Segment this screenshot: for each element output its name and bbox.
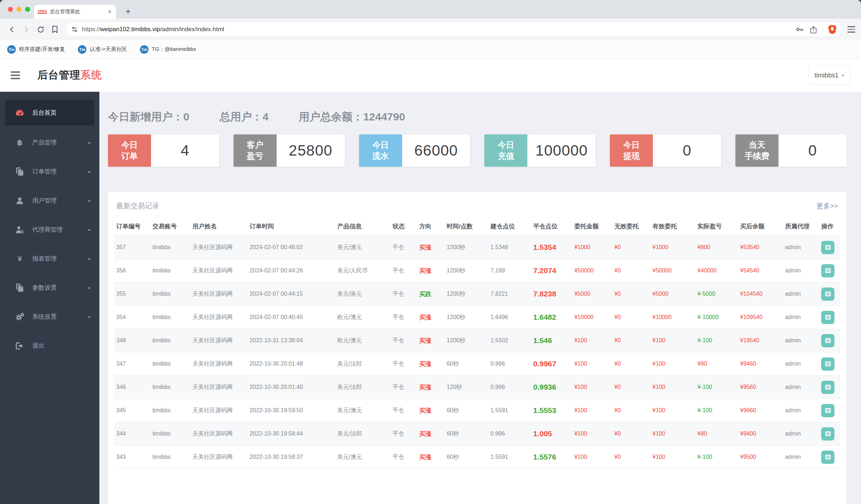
cell-duration: 60秒 bbox=[444, 446, 488, 469]
close-window-button[interactable] bbox=[8, 7, 13, 12]
table-row: 348 timibbs 天美社区源码网 2022-10-31 13:38:04 … bbox=[114, 329, 840, 352]
cell-status: 平仓 bbox=[390, 306, 417, 329]
cell-order-time: 2022-10-30 19:58:37 bbox=[248, 446, 335, 469]
order-detail-button[interactable] bbox=[821, 311, 834, 324]
cell-open-price: 1.5591 bbox=[488, 399, 531, 422]
sidebar-item[interactable]: 用户管理 ▸ bbox=[0, 186, 99, 215]
logo-main: 后台管理 bbox=[37, 69, 80, 81]
stat-card-label: 今日 充值 bbox=[484, 134, 527, 167]
bookmark-icon[interactable] bbox=[49, 23, 61, 35]
order-detail-button[interactable] bbox=[821, 451, 834, 464]
cell-valid-amount: ¥100 bbox=[650, 329, 695, 352]
order-detail-button[interactable] bbox=[821, 357, 834, 371]
bookmark-item[interactable]: Tm 认准->天美社区 bbox=[78, 45, 127, 54]
table-row: 354 timibbs 天美社区源码网 2024-02-07 00:40:45 … bbox=[114, 306, 840, 329]
order-detail-button[interactable] bbox=[821, 264, 834, 277]
chevron-right-icon: ▸ bbox=[88, 256, 91, 261]
cell-invalid-amount: ¥0 bbox=[612, 329, 650, 352]
sidebar-item[interactable]: ¥ 报表管理 ▸ bbox=[0, 244, 99, 273]
url-bar[interactable]: https://weipan102.timibbs.vip/admin/inde… bbox=[66, 22, 842, 37]
cell-open-price: 0.996 bbox=[488, 376, 531, 399]
tianmei-favicon-icon: Tm bbox=[78, 45, 86, 54]
user-dropdown[interactable]: timibbs1 ▾ bbox=[808, 66, 850, 85]
sidebar-item[interactable]: 参数设置 ▸ bbox=[0, 273, 99, 302]
sidebar-item[interactable]: 后台首页 bbox=[5, 100, 94, 125]
table-row: 347 timibbs 天美社区源码网 2022-10-30 20:01:48 … bbox=[114, 352, 840, 376]
sidebar-item-label: 报表管理 bbox=[32, 255, 57, 263]
order-detail-button[interactable] bbox=[821, 427, 834, 441]
cell-actions bbox=[819, 306, 840, 329]
cell-product: 美元/澳元 bbox=[335, 236, 390, 259]
cell-duration: 1200秒 bbox=[444, 236, 488, 259]
url-text[interactable]: https://weipan102.timibbs.vip/admin/inde… bbox=[82, 26, 795, 33]
order-detail-button[interactable] bbox=[821, 241, 834, 254]
browser-toolbar: https://weipan102.timibbs.vip/admin/inde… bbox=[0, 19, 861, 40]
cell-agent: admin bbox=[783, 422, 819, 446]
bookmark-item[interactable]: Tm 程序搭建/开发/修复 bbox=[7, 45, 65, 54]
table-row: 344 timibbs 天美社区源码网 2022-10-30 19:58:44 … bbox=[114, 422, 840, 446]
cell-invalid-amount: ¥0 bbox=[612, 306, 650, 329]
share-icon[interactable] bbox=[809, 25, 818, 34]
reload-button[interactable] bbox=[34, 23, 47, 35]
sidebar-item[interactable]: 订单管理 ▸ bbox=[0, 157, 99, 186]
cell-direction: 买涨 bbox=[417, 422, 444, 446]
sidebar-item[interactable]: 代理商管理 ▸ bbox=[0, 215, 99, 244]
cell-product: 美元/澳元 bbox=[335, 446, 390, 469]
browser-menu-icon[interactable] bbox=[847, 26, 855, 33]
sidebar-item[interactable]: ฿ 产品管理 ▸ bbox=[0, 128, 99, 157]
stat-card: 今日 订单 4 bbox=[108, 134, 219, 167]
table-header-row: 订单编号交易账号用户姓名订单时间产品信息状态方向时间/点数建仓点位平仓点位委托金… bbox=[114, 217, 840, 236]
orders-icon bbox=[15, 167, 24, 176]
column-header: 交易账号 bbox=[150, 217, 190, 236]
column-header: 状态 bbox=[390, 217, 417, 236]
cell-status: 平仓 bbox=[390, 259, 417, 282]
tab-close-icon[interactable]: × bbox=[107, 8, 112, 15]
bookmark-item[interactable]: Tm TG：@tianmeibbs bbox=[140, 45, 196, 54]
tune-icon[interactable] bbox=[71, 26, 78, 33]
sidebar-item-label: 产品管理 bbox=[32, 138, 57, 147]
column-header: 实际盈亏 bbox=[695, 217, 738, 236]
cell-invalid-amount: ¥0 bbox=[612, 259, 650, 282]
forward-button[interactable] bbox=[20, 23, 32, 35]
cell-product: 美元/港元 bbox=[335, 282, 390, 306]
fullscreen-window-button[interactable] bbox=[25, 7, 30, 12]
order-detail-button[interactable] bbox=[821, 334, 834, 347]
order-detail-button[interactable] bbox=[821, 287, 834, 301]
cell-actions bbox=[819, 446, 840, 469]
cell-order-time: 2024-02-07 00:40:45 bbox=[248, 306, 335, 329]
cell-duration: 60秒 bbox=[444, 399, 488, 422]
password-key-icon[interactable] bbox=[795, 25, 804, 34]
back-button[interactable] bbox=[6, 23, 18, 35]
browser-tab[interactable]: APEX 后台管理系统 × bbox=[34, 5, 116, 19]
stat-card: 今日 提现 0 bbox=[610, 134, 721, 167]
new-tab-button[interactable]: + bbox=[123, 6, 133, 16]
logo-accent: 系统 bbox=[80, 69, 102, 81]
brave-shield-icon[interactable] bbox=[828, 25, 837, 34]
cell-open-price: 0.996 bbox=[488, 352, 531, 376]
cell-product: 欧元/澳元 bbox=[335, 329, 390, 352]
cell-open-price: 0.996 bbox=[488, 422, 531, 446]
order-detail-button[interactable] bbox=[821, 381, 834, 394]
cell-user-name: 天美社区源码网 bbox=[190, 422, 247, 446]
apex-favicon-icon: APEX bbox=[38, 10, 47, 14]
sidebar-item[interactable]: 退出 bbox=[0, 331, 99, 360]
more-link[interactable]: 更多>> bbox=[817, 201, 838, 211]
sidebar-item-label: 退出 bbox=[32, 342, 44, 350]
minimize-window-button[interactable] bbox=[17, 7, 22, 12]
cell-valid-amount: ¥5000 bbox=[650, 282, 695, 306]
stat-card-label-line2: 订单 bbox=[121, 151, 138, 162]
order-detail-button[interactable] bbox=[821, 404, 834, 417]
cell-profit: ¥-100 bbox=[695, 329, 738, 352]
cell-agent: admin bbox=[783, 399, 819, 422]
cell-direction: 买涨 bbox=[417, 329, 444, 352]
cell-product: 美元/法郎 bbox=[335, 352, 390, 376]
cell-duration: 60秒 bbox=[444, 352, 488, 376]
sidebar-item[interactable]: 系统设置 ▸ bbox=[0, 302, 99, 331]
cell-agent: admin bbox=[783, 282, 819, 306]
cell-close-price: 0.9967 bbox=[531, 352, 572, 376]
cell-order-id: 345 bbox=[114, 399, 150, 422]
cell-amount: ¥100 bbox=[572, 399, 612, 422]
sidebar-toggle-icon[interactable] bbox=[11, 71, 20, 79]
cell-invalid-amount: ¥0 bbox=[612, 236, 650, 259]
stat-label: 今日新增用户： bbox=[108, 111, 183, 123]
